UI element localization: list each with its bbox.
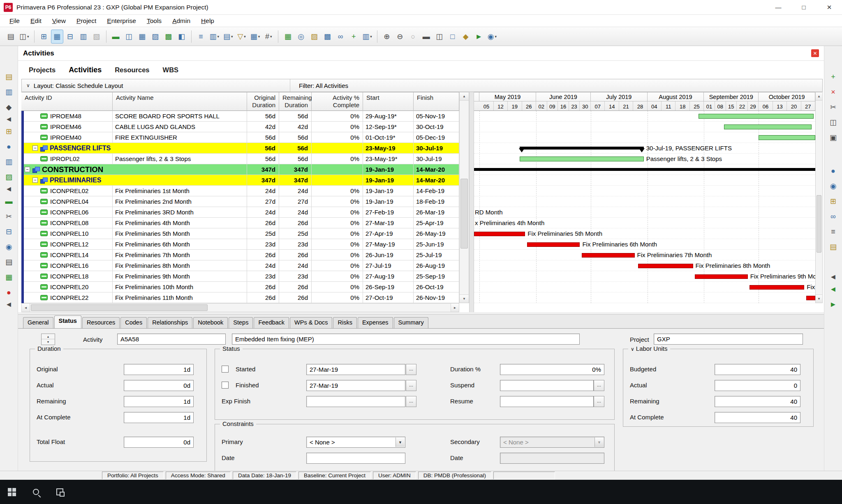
send-button[interactable]: ► bbox=[473, 30, 485, 44]
primary-constraint-date-field[interactable] bbox=[306, 453, 405, 464]
timescale-week[interactable]: 25 bbox=[690, 101, 704, 111]
gantt-bar-critical[interactable] bbox=[638, 264, 693, 268]
at-complete-units-field[interactable]: 40 bbox=[715, 412, 800, 423]
timescale-week[interactable]: 02 bbox=[536, 101, 547, 111]
roles-panel-button[interactable]: ◉ bbox=[2, 240, 16, 253]
table-layout-button[interactable]: ▤▾ bbox=[222, 30, 235, 44]
gantt-bar-critical[interactable] bbox=[749, 285, 804, 290]
assign-codes-button[interactable]: ⊞ bbox=[826, 195, 840, 207]
at-complete-duration-field[interactable]: 1d bbox=[124, 412, 194, 423]
column-header-finish[interactable]: Finish bbox=[414, 92, 459, 111]
table-row[interactable]: IPROEM46CABLE LUGS AND GLANDS42d42d0%12-… bbox=[21, 122, 459, 132]
exp-finish-field[interactable] bbox=[306, 396, 405, 407]
gantt-bar-critical[interactable] bbox=[527, 242, 580, 247]
timescale-week[interactable]: 01 bbox=[704, 101, 715, 111]
timescale-week[interactable]: 30 bbox=[580, 101, 591, 111]
layout-options-bar[interactable]: ∨ Layout: Classic Schedule Layout Filter… bbox=[21, 79, 823, 92]
timescale-week[interactable]: 27 bbox=[801, 101, 815, 111]
table-row[interactable]: IPROEM40FIRE EXTINGUISHER56d56d0%01-Oct-… bbox=[21, 132, 459, 143]
gantt-bar-critical[interactable] bbox=[582, 253, 635, 258]
gantt-bar-critical[interactable] bbox=[806, 296, 815, 300]
print-button[interactable]: ▤ bbox=[5, 30, 17, 44]
timescale-week[interactable]: 07 bbox=[591, 101, 605, 111]
timescale-month[interactable]: July 2019 bbox=[591, 92, 648, 101]
details-tab-notebook[interactable]: Notebook bbox=[193, 317, 228, 328]
suspend-browse-button[interactable]: ... bbox=[594, 380, 604, 391]
tab-wbs[interactable]: WBS bbox=[156, 64, 185, 76]
column-header-start[interactable]: Start bbox=[363, 92, 414, 111]
timescale-week[interactable]: 04 bbox=[648, 101, 662, 111]
column-header-original-duration[interactable]: Original Duration bbox=[247, 92, 279, 111]
scroll-left-button[interactable]: ◄ bbox=[22, 304, 30, 312]
assign-roles-button[interactable]: ◉ bbox=[826, 180, 840, 192]
print-preview-button[interactable]: ◫▾ bbox=[18, 30, 31, 44]
gantt-vertical-scrollbar[interactable]: ▲ ▼ bbox=[815, 92, 823, 303]
timescale-week[interactable]: 05 bbox=[479, 101, 493, 111]
project-field[interactable]: GXP bbox=[654, 334, 803, 345]
timescale-week[interactable]: 12 bbox=[494, 101, 508, 111]
timescale-button[interactable]: ▬ bbox=[420, 30, 433, 44]
documents-panel-button[interactable]: ▤ bbox=[2, 255, 16, 268]
menu-project[interactable]: Project bbox=[71, 16, 102, 26]
maximize-button[interactable]: □ bbox=[791, 0, 817, 15]
timescale-week[interactable]: 23 bbox=[569, 101, 580, 111]
menu-enterprise[interactable]: Enterprise bbox=[102, 16, 141, 26]
menu-view[interactable]: View bbox=[47, 16, 71, 26]
tab-resources[interactable]: Resources bbox=[108, 64, 156, 76]
tab-projects[interactable]: Projects bbox=[22, 64, 62, 76]
table-row[interactable]: ICONPREL06Fix Preliminaries 3RD Month24d… bbox=[21, 207, 459, 218]
budgeted-units-field[interactable]: 40 bbox=[715, 364, 800, 375]
progress-spotlight-button[interactable]: ◆ bbox=[460, 30, 472, 44]
timescale-week[interactable]: 21 bbox=[619, 101, 633, 111]
menu-help[interactable]: Help bbox=[196, 16, 220, 26]
cut-activity-button[interactable]: ✂ bbox=[2, 210, 16, 223]
finished-checkbox[interactable] bbox=[222, 382, 229, 389]
table-row[interactable]: ICONPREL20Fix Preliminaries 10th Month26… bbox=[21, 282, 459, 292]
zoom-out-button[interactable]: ⊖ bbox=[394, 30, 406, 44]
dropdown-caret-icon[interactable]: ▼ bbox=[396, 437, 405, 447]
timescale-week[interactable]: 26 bbox=[522, 101, 536, 111]
resume-browse-button[interactable]: ... bbox=[594, 396, 604, 407]
group-row[interactable]: −PASSENGER LIFTS56d56d23-May-1930-Jul-19 bbox=[21, 143, 459, 154]
scrollbar-thumb[interactable] bbox=[460, 179, 468, 249]
gantt-bar-critical[interactable] bbox=[695, 274, 748, 279]
details-tab-relationships[interactable]: Relationships bbox=[148, 317, 192, 328]
navigate-forward-button[interactable]: ► bbox=[826, 298, 840, 311]
add-relationship-button[interactable]: ∞ bbox=[826, 210, 840, 223]
add-steps-button[interactable]: ≡ bbox=[826, 225, 840, 238]
gantt-chart-view-button[interactable]: ▬ bbox=[110, 30, 122, 44]
gantt-bar-summary[interactable] bbox=[474, 168, 815, 171]
task-view-button[interactable] bbox=[48, 480, 72, 504]
timescale-week[interactable]: 22 bbox=[737, 101, 748, 111]
wbs-panel-button[interactable]: ⊟ bbox=[2, 225, 16, 238]
details-tab-general[interactable]: General bbox=[23, 317, 53, 328]
scroll-right-button[interactable]: ► bbox=[451, 304, 459, 312]
details-tab-risks[interactable]: Risks bbox=[333, 317, 356, 328]
gantt-bar-activity[interactable] bbox=[759, 135, 815, 140]
spreadsheet-panel-button[interactable]: ▦ bbox=[2, 271, 16, 283]
details-tab-wps-docs[interactable]: WPs & Docs bbox=[290, 317, 332, 328]
navigate-back-button[interactable]: ◄ bbox=[826, 283, 840, 295]
table-row[interactable]: IPROPL02Passenger lifts, 2 & 3 Stops56d5… bbox=[21, 154, 459, 164]
collapse-toggle[interactable]: − bbox=[32, 177, 38, 183]
finished-field[interactable]: 27-Mar-19 bbox=[306, 380, 405, 391]
text-font-button[interactable]: #▾ bbox=[262, 30, 275, 44]
started-checkbox[interactable] bbox=[222, 366, 229, 373]
table-row[interactable]: ICONPREL10Fix Preliminaries 5th Month25d… bbox=[21, 228, 459, 239]
timescale-month[interactable]: August 2019 bbox=[648, 92, 704, 101]
timescale-week[interactable]: 08 bbox=[715, 101, 726, 111]
resource-usage-spreadsheet-button[interactable]: ▩ bbox=[162, 30, 175, 44]
table-row[interactable]: ICONPREL14Fix Preliminaries 7th Month26d… bbox=[21, 250, 459, 260]
suspend-field[interactable] bbox=[500, 380, 594, 391]
minimize-button[interactable]: — bbox=[766, 0, 791, 15]
gantt-bar-activity[interactable] bbox=[724, 124, 812, 129]
actual-units-field[interactable]: 0 bbox=[715, 380, 800, 391]
details-tab-summary[interactable]: Summary bbox=[394, 317, 428, 328]
collapse-toggle[interactable]: − bbox=[25, 167, 30, 172]
scrollbar-thumb[interactable] bbox=[31, 304, 208, 311]
reports-panel-button[interactable]: ▥ bbox=[2, 155, 16, 168]
table-row[interactable]: ICONPREL22Fix Preliminaries 11th Month26… bbox=[21, 292, 459, 303]
menu-file[interactable]: File bbox=[4, 16, 25, 26]
taskbar-search-button[interactable] bbox=[24, 480, 48, 504]
add-button[interactable]: + bbox=[826, 70, 840, 83]
